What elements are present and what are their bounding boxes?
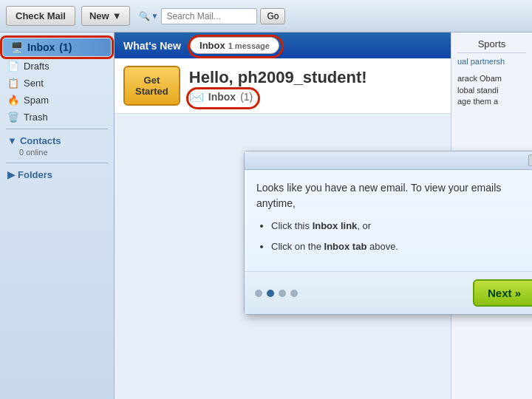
trash-icon: 🗑️ bbox=[7, 112, 19, 123]
new-button[interactable]: New ▼ bbox=[81, 6, 130, 26]
dot-4 bbox=[290, 290, 298, 297]
contacts-label[interactable]: ▼ Contacts bbox=[7, 135, 106, 146]
trash-label: Trash bbox=[24, 112, 48, 123]
sports-content: ual partnersh arack Obam lobal standi ag… bbox=[457, 56, 526, 108]
hello-inbox-label: Inbox bbox=[208, 91, 236, 103]
sent-icon: 📋 bbox=[7, 78, 19, 89]
next-button[interactable]: Next » bbox=[473, 279, 532, 307]
hello-greeting: Hello, ph2009_student! bbox=[189, 68, 367, 87]
hello-inbox-link[interactable]: ✉️ Inbox (1) bbox=[189, 90, 367, 104]
contacts-section: ▼ Contacts 0 online bbox=[0, 132, 114, 160]
sidebar-item-sent[interactable]: 📋 Sent bbox=[0, 75, 114, 92]
sports-text1: ual partnersh bbox=[457, 56, 526, 67]
popup-list: Click this Inbox link, or Click on the I… bbox=[256, 219, 532, 253]
hello-inbox-count: (1) bbox=[240, 91, 253, 103]
search-area: 🔍 ▼ Go bbox=[139, 8, 286, 24]
spam-icon: 🔥 bbox=[7, 95, 19, 106]
inbox-tab-message-count: 1 message bbox=[228, 41, 270, 50]
drafts-label: Drafts bbox=[24, 61, 50, 72]
inbox-label: Inbox bbox=[27, 41, 55, 53]
popup-item1-pre: Click this bbox=[271, 220, 313, 231]
popup-header: × bbox=[245, 151, 532, 170]
sidebar-item-folders[interactable]: ▶ Folders bbox=[0, 166, 114, 183]
popup-item2-post: above. bbox=[366, 241, 398, 252]
new-arrow: ▼ bbox=[112, 10, 122, 21]
sidebar-divider2 bbox=[6, 163, 108, 163]
sidebar-divider bbox=[6, 129, 108, 129]
sidebar-item-inbox[interactable]: 🖥️ Inbox (1) bbox=[3, 38, 111, 56]
inbox-tab-label: Inbox bbox=[200, 40, 225, 51]
popup-close-button[interactable]: × bbox=[528, 154, 532, 166]
inbox-icon: 🖥️ bbox=[10, 41, 23, 53]
popup-body: Looks like you have a new email. To view… bbox=[245, 170, 532, 271]
popup-inbox-tab-link[interactable]: Inbox tab bbox=[324, 241, 367, 252]
popup-inbox-link[interactable]: Inbox link bbox=[313, 220, 358, 231]
new-label: New bbox=[89, 10, 109, 21]
sidebar-item-drafts[interactable]: 📄 Drafts bbox=[0, 58, 114, 75]
content-area: What's New Inbox 1 message × GetStarted … bbox=[115, 33, 532, 399]
sports-obama2: lobal standi bbox=[457, 85, 526, 96]
inbox-count: (1) bbox=[59, 41, 72, 53]
folders-arrow-icon: ▶ bbox=[7, 169, 15, 180]
dot-3 bbox=[279, 290, 286, 297]
sports-obama3: age them a bbox=[457, 96, 526, 107]
sports-obama1: arack Obam bbox=[457, 73, 526, 84]
search-input[interactable] bbox=[161, 8, 257, 24]
go-button[interactable]: Go bbox=[260, 8, 285, 24]
pagination-dots bbox=[255, 290, 298, 297]
search-icon: 🔍 bbox=[139, 11, 150, 21]
dot-1 bbox=[255, 290, 262, 297]
search-arrow-icon: ▼ bbox=[151, 12, 159, 20]
drafts-icon: 📄 bbox=[7, 61, 19, 72]
folders-label: Folders bbox=[18, 169, 52, 180]
popup-list-item-2: Click on the Inbox tab above. bbox=[271, 239, 532, 254]
popup-footer: Next » bbox=[245, 271, 532, 314]
contacts-online: 0 online bbox=[7, 148, 106, 157]
check-mail-button[interactable]: Check Mail bbox=[6, 6, 75, 26]
popup-list-item-1: Click this Inbox link, or bbox=[271, 219, 532, 233]
popup-item2-pre: Click on the bbox=[271, 241, 324, 252]
contacts-arrow-icon: ▼ bbox=[7, 135, 17, 146]
dot-2 bbox=[267, 290, 274, 297]
main-layout: 🖥️ Inbox (1) 📄 Drafts 📋 Sent 🔥 Spam 🗑️ T… bbox=[0, 33, 532, 399]
sent-label: Sent bbox=[24, 78, 44, 89]
inbox-mail-icon: ✉️ bbox=[189, 90, 204, 104]
sidebar-item-spam[interactable]: 🔥 Spam bbox=[0, 92, 114, 109]
popup-main-text: Looks like you have a new email. To view… bbox=[256, 180, 532, 211]
contacts-text: Contacts bbox=[20, 135, 61, 146]
popup-dialog: × Looks like you have a new email. To vi… bbox=[244, 151, 532, 315]
search-icon-wrap: 🔍 ▼ bbox=[139, 11, 159, 21]
toolbar: Check Mail New ▼ 🔍 ▼ Go bbox=[0, 0, 532, 33]
whats-new-label: What's New bbox=[123, 40, 181, 52]
get-started-button[interactable]: GetStarted bbox=[123, 66, 180, 106]
popup-item1-post: , or bbox=[357, 220, 371, 231]
hello-content: Hello, ph2009_student! ✉️ Inbox (1) bbox=[189, 68, 367, 104]
sidebar: 🖥️ Inbox (1) 📄 Drafts 📋 Sent 🔥 Spam 🗑️ T… bbox=[0, 33, 115, 399]
spam-label: Spam bbox=[24, 95, 49, 106]
sports-title: Sports bbox=[457, 38, 526, 53]
inbox-tab[interactable]: Inbox 1 message bbox=[190, 37, 279, 54]
sidebar-item-trash[interactable]: 🗑️ Trash bbox=[0, 109, 114, 126]
